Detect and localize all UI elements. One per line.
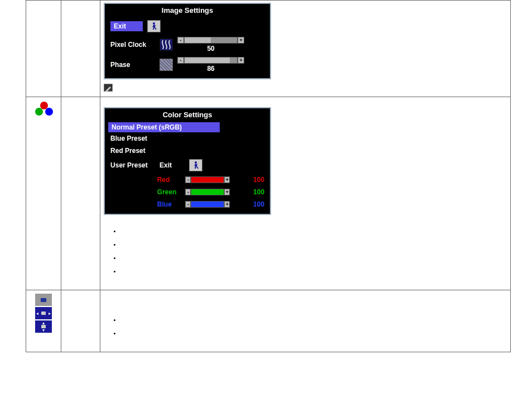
slider-minus[interactable]: - bbox=[185, 201, 191, 208]
slider-plus[interactable]: + bbox=[224, 176, 230, 183]
normal-preset-row[interactable]: Normal Preset (sRGB) bbox=[105, 122, 270, 132]
phase-value: 86 bbox=[207, 65, 214, 73]
color-settings-icon-cell bbox=[26, 97, 61, 290]
slider-plus[interactable]: + bbox=[224, 201, 230, 208]
image-settings-osd: Image Settings Exit Pixel Clock - bbox=[104, 3, 271, 79]
red-value: 100 bbox=[253, 176, 264, 184]
user-preset-exit-row[interactable]: User Preset Exit bbox=[105, 157, 270, 174]
slider-minus[interactable]: - bbox=[185, 189, 191, 195]
image-settings-title: Image Settings bbox=[105, 4, 270, 18]
color-settings-osd: Color Settings Normal Preset (sRGB) Blue… bbox=[104, 107, 271, 215]
pixel-clock-value: 50 bbox=[207, 45, 214, 52]
color-settings-title: Color Settings bbox=[105, 108, 270, 122]
user-exit-icon[interactable] bbox=[189, 159, 202, 171]
position-vertical-icon[interactable]: ▴▾ bbox=[35, 320, 52, 333]
slider-plus[interactable]: + bbox=[238, 57, 244, 64]
blue-value: 100 bbox=[253, 200, 264, 208]
green-label: Green bbox=[157, 188, 181, 196]
position-blank-cell bbox=[61, 290, 100, 352]
settings-table: Image Settings Exit Pixel Clock - bbox=[26, 0, 511, 352]
blue-label: Blue bbox=[157, 200, 181, 208]
green-slider[interactable]: - + bbox=[185, 189, 249, 195]
pixel-clock-slider[interactable]: - + 50 bbox=[177, 37, 244, 52]
red-preset-label: Red Preset bbox=[110, 147, 146, 155]
list-item bbox=[120, 255, 507, 261]
blue-preset-label: Blue Preset bbox=[110, 135, 147, 142]
blue-slider[interactable]: - + bbox=[185, 201, 249, 208]
svg-point-0 bbox=[153, 22, 155, 25]
pixel-clock-row[interactable]: Pixel Clock - + 50 bbox=[105, 35, 270, 55]
phase-label: Phase bbox=[110, 61, 155, 69]
blue-slider-row[interactable]: Blue - + 100 bbox=[105, 198, 270, 214]
list-item bbox=[120, 228, 507, 234]
note-icon bbox=[104, 84, 113, 92]
image-settings-exit-row[interactable]: Exit bbox=[105, 18, 270, 35]
green-value: 100 bbox=[253, 188, 264, 196]
phase-row[interactable]: Phase - + 86 bbox=[105, 55, 270, 78]
exit-label: Exit bbox=[110, 21, 143, 31]
red-slider-row[interactable]: Red - + 100 bbox=[105, 174, 270, 186]
slider-plus[interactable]: + bbox=[238, 37, 244, 44]
exit-icon[interactable] bbox=[147, 20, 161, 32]
svg-point-1 bbox=[195, 161, 197, 164]
red-slider[interactable]: - + bbox=[185, 176, 249, 183]
red-preset-row[interactable]: Red Preset bbox=[105, 145, 270, 157]
rgb-icon bbox=[35, 102, 52, 117]
position-bullet-list bbox=[104, 293, 507, 349]
slider-minus[interactable]: - bbox=[177, 57, 184, 64]
slider-minus[interactable]: - bbox=[177, 37, 184, 44]
green-slider-row[interactable]: Green - + 100 bbox=[105, 186, 270, 198]
color-bullet-list bbox=[104, 215, 507, 288]
pixel-clock-icon bbox=[159, 39, 173, 51]
list-item bbox=[120, 242, 507, 247]
position-icon-cell: ◂▸ ▴▾ bbox=[26, 290, 61, 352]
list-item bbox=[120, 317, 507, 323]
image-settings-content: Image Settings Exit Pixel Clock - bbox=[100, 1, 511, 97]
position-icon bbox=[35, 294, 52, 306]
image-settings-icon-cell bbox=[26, 1, 61, 97]
blue-preset-row[interactable]: Blue Preset bbox=[105, 132, 270, 145]
color-settings-blank-cell bbox=[61, 97, 100, 290]
phase-icon bbox=[159, 59, 173, 71]
position-horizontal-icon[interactable]: ◂▸ bbox=[35, 307, 52, 319]
list-item bbox=[120, 269, 507, 274]
red-label: Red bbox=[157, 176, 181, 184]
color-settings-content: Color Settings Normal Preset (sRGB) Blue… bbox=[100, 97, 511, 290]
normal-preset-label: Normal Preset (sRGB) bbox=[108, 122, 220, 132]
slider-minus[interactable]: - bbox=[185, 176, 191, 183]
list-item bbox=[120, 330, 507, 336]
user-preset-label: User Preset bbox=[110, 161, 155, 169]
user-exit-label: Exit bbox=[159, 161, 185, 169]
slider-plus[interactable]: + bbox=[224, 189, 230, 195]
image-settings-blank-cell bbox=[61, 1, 100, 97]
position-content bbox=[100, 290, 511, 352]
pixel-clock-label: Pixel Clock bbox=[110, 41, 155, 49]
phase-slider[interactable]: - + 86 bbox=[177, 57, 244, 73]
